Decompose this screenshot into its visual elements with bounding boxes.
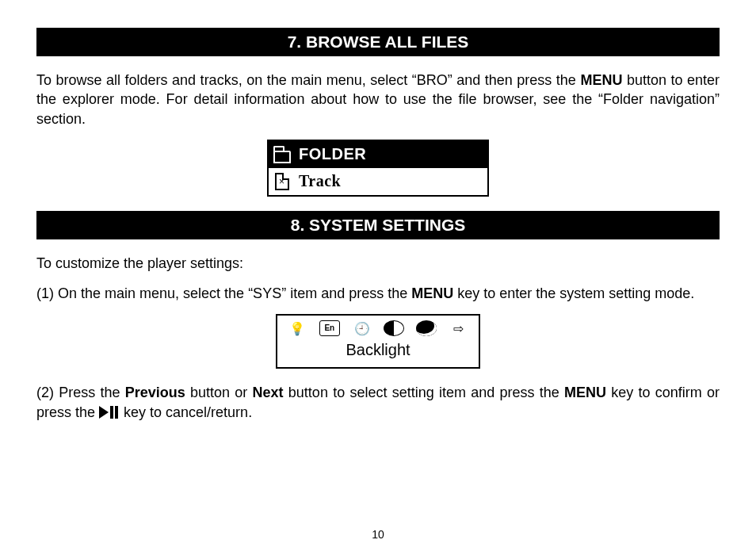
lcd-icon-row: 💡 En 🕘 ⇨ bbox=[285, 320, 471, 339]
globe-icon bbox=[416, 320, 437, 336]
bulb-icon: 💡 bbox=[287, 320, 307, 336]
language-icon: En bbox=[319, 320, 340, 336]
section-8-step-2: (2) Press the Previous button or Next bu… bbox=[36, 383, 720, 422]
page-number: 10 bbox=[0, 528, 756, 541]
text: key to enter the system setting mode. bbox=[453, 285, 694, 301]
text: (2) Press the bbox=[36, 385, 125, 400]
svg-marker-0 bbox=[99, 406, 109, 419]
menu-key-label: MENU bbox=[564, 385, 606, 400]
next-button-label: Next bbox=[253, 385, 284, 400]
file-icon bbox=[273, 173, 292, 190]
folder-icon bbox=[273, 146, 292, 163]
svg-rect-1 bbox=[110, 406, 113, 419]
text: button or bbox=[185, 385, 253, 400]
lcd-screenshot-system-settings: 💡 En 🕘 ⇨ Backlight bbox=[276, 314, 480, 369]
section-8-intro: To customize the player settings: bbox=[36, 254, 720, 273]
lcd-screenshot-folder-browser: FOLDER Track bbox=[267, 140, 489, 197]
contrast-icon bbox=[384, 320, 404, 336]
section-7-heading: 7. BROWSE ALL FILES bbox=[36, 28, 720, 56]
previous-button-label: Previous bbox=[125, 385, 185, 400]
text: button to select setting item and press … bbox=[284, 385, 564, 400]
text: To browse all folders and tracks, on the… bbox=[36, 72, 580, 88]
lcd-row-folder: FOLDER bbox=[269, 141, 487, 168]
text: key to cancel/return. bbox=[120, 404, 252, 420]
section-8-heading: 8. SYSTEM SETTINGS bbox=[36, 211, 720, 239]
section-7-paragraph: To browse all folders and tracks, on the… bbox=[36, 71, 720, 128]
lcd-track-label: Track bbox=[299, 172, 341, 190]
play-pause-icon bbox=[99, 406, 120, 419]
arrow-right-icon: ⇨ bbox=[449, 320, 469, 336]
clock-icon: 🕘 bbox=[352, 320, 372, 336]
lcd-row-track: Track bbox=[269, 168, 487, 195]
lcd-setting-caption: Backlight bbox=[285, 341, 471, 359]
svg-rect-2 bbox=[115, 406, 118, 419]
section-8-step-1: (1) On the main menu, select the “SYS” i… bbox=[36, 284, 720, 303]
text: (1) On the main menu, select the “SYS” i… bbox=[36, 285, 411, 301]
menu-key-label: MENU bbox=[580, 72, 622, 88]
lcd-folder-label: FOLDER bbox=[299, 145, 366, 163]
menu-key-label: MENU bbox=[411, 285, 453, 301]
